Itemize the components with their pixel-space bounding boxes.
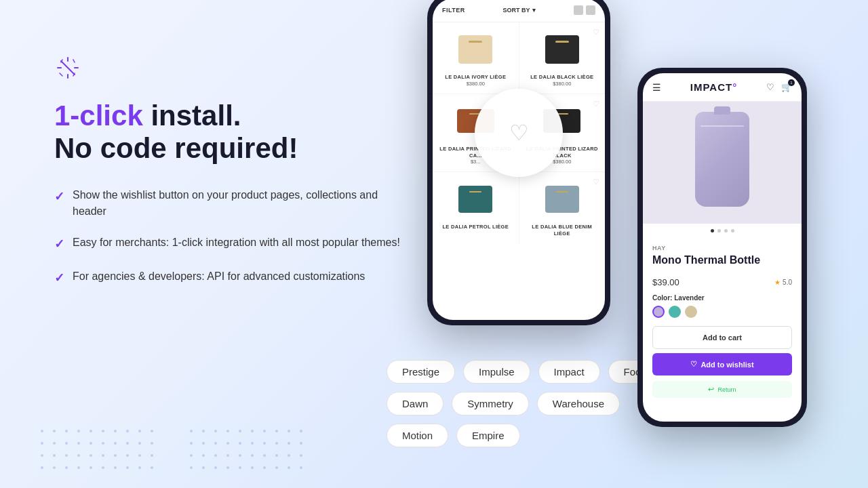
theme-tag-symmetry[interactable]: Symmetry [452,392,529,415]
return-icon: ↩ [708,385,714,394]
feature-item: ✓ For agencies & developers: API for adv… [54,268,407,287]
phone-right: ☰ IMPACT° ♡ 🛒 1 [637,68,807,427]
bottle-container [695,112,749,214]
theme-tag-impulse[interactable]: Impulse [463,360,530,384]
product-cell: ♡ LE DALIA BLUE DENIM LIÈGE [519,172,606,244]
dot-indicator-2[interactable] [717,229,721,232]
feature-item: ✓ Show the wishlist button on your produ… [54,187,407,220]
svg-line-4 [73,60,75,62]
theme-row-3: Motion Empire [387,424,664,447]
theme-tag-empire[interactable]: Empire [456,424,520,447]
product-hero [643,102,802,224]
bag-black-img [545,35,579,64]
swatch-beige[interactable] [685,306,697,318]
product-grid: LE DALIA IVORY LIÈGE $380.00 ♡ LE DALIA … [433,22,605,244]
view-icons [574,5,595,15]
theme-row-1: Prestige Impulse Impact Focal [387,360,664,384]
theme-tags: Prestige Impulse Impact Focal Dawn Symme… [387,360,664,447]
list-icon[interactable] [586,5,595,15]
color-section: Color: Lavender [652,294,792,318]
product-name: LE DALIA PETROL LIÈGE [439,224,512,230]
check-icon: ✓ [54,269,64,287]
return-text: Return [717,386,736,393]
star-icon: ★ [774,279,781,286]
left-content: 1-click install. No code required! ✓ Sho… [54,54,407,314]
phone-left-header: FILTER SORT BY ▾ [433,0,605,22]
dots-decoration2 [190,430,308,474]
theme-tag-warehouse[interactable]: Warehouse [537,392,620,415]
theme-tag-impact[interactable]: Impact [538,360,600,384]
product-cell: ♡ LE DALIA BLACK LIÈGE $380.00 [519,22,606,94]
feature-item: ✓ Easy for merchants: 1-click integratio… [54,235,407,253]
phone-left: FILTER SORT BY ▾ LE DALIA IVORY LIÈGE $3… [427,0,610,325]
wishlist-icon[interactable]: ♡ [593,100,599,108]
theme-row-2: Dawn Symmetry Warehouse [387,392,664,415]
product-name: LE DALIA BLUE DENIM LIÈGE [526,224,599,237]
dot-indicator-3[interactable] [724,229,728,232]
phone-right-inner: ☰ IMPACT° ♡ 🛒 1 [643,73,802,422]
color-label: Color: Lavender [652,294,792,302]
phone-left-inner: FILTER SORT BY ▾ LE DALIA IVORY LIÈGE $3… [433,0,605,320]
product-image [526,29,599,70]
product-cell: LE DALIA PETROL LIÈGE [433,172,519,244]
cart-icon[interactable]: 🛒 1 [781,82,792,92]
brand-name: IMPACT° [690,81,737,93]
product-image [439,29,512,70]
bag-teal-img [458,186,492,213]
product-image [439,179,512,220]
dot-indicator-1[interactable] [711,229,714,232]
wishlist-icon[interactable]: ♡ [593,28,599,37]
product-price: $380.00 [439,81,512,87]
features-list: ✓ Show the wishlist button on your produ… [54,187,407,287]
product-cell: LE DALIA IVORY LIÈGE $380.00 [433,22,519,94]
theme-tag-dawn[interactable]: Dawn [387,392,443,415]
product-brand: HAY [652,245,792,251]
product-price: $380.00 [526,81,599,87]
grid-icon[interactable] [574,5,583,15]
theme-tag-prestige[interactable]: Prestige [387,360,455,384]
bag-blue-img [545,186,579,213]
heart-icon: ♡ [690,360,697,369]
svg-line-5 [60,73,62,76]
menu-icon[interactable]: ☰ [652,82,661,93]
price-rating: Mono Thermal Bottle [652,253,792,270]
swatch-teal[interactable] [669,306,681,318]
color-swatches [652,306,792,318]
product-price: $39.00 [652,277,679,287]
theme-tag-motion[interactable]: Motion [387,424,448,447]
filter-button[interactable]: FILTER [442,7,465,14]
return-info: ↩ Return [652,381,792,398]
wishlist-icon[interactable]: ♡ [766,82,774,92]
header-icons: ♡ 🛒 1 [766,82,792,92]
check-icon: ✓ [54,188,64,206]
product-info: HAY Mono Thermal Bottle $39.00 ★ 5.0 Col… [643,238,802,422]
product-image [526,179,599,220]
heart-overlay-icon: ♡ [509,120,529,146]
swatch-lavender[interactable] [652,306,665,318]
product-name: LE DALIA BLACK LIÈGE [526,74,599,81]
phone-right-header: ☰ IMPACT° ♡ 🛒 1 [643,73,802,102]
svg-line-8 [61,61,75,75]
price-rating-row: $39.00 ★ 5.0 [652,277,792,287]
add-to-wishlist-button[interactable]: ♡ Add to wishlist [652,353,792,375]
wishlist-icon[interactable]: ♡ [593,178,599,186]
product-rating: ★ 5.0 [774,279,792,286]
product-name: LE DALIA IVORY LIÈGE [439,74,512,81]
product-title: Mono Thermal Bottle [652,253,760,266]
bottle-image [695,112,749,207]
add-to-cart-button[interactable]: Add to cart [652,326,792,349]
main-headline: 1-click install. No code required! [54,100,407,165]
dots-decoration [41,430,159,474]
dot-indicator-4[interactable] [731,229,734,232]
sort-button[interactable]: SORT BY ▾ [502,7,536,14]
cart-badge: 1 [788,79,795,86]
magic-icon [54,54,407,86]
wishlist-btn-label: Add to wishlist [701,361,753,369]
bag-ivory-img [458,35,492,64]
check-icon: ✓ [54,235,64,253]
dots-indicator [643,224,802,238]
heart-overlay-circle[interactable]: ♡ [475,89,563,177]
